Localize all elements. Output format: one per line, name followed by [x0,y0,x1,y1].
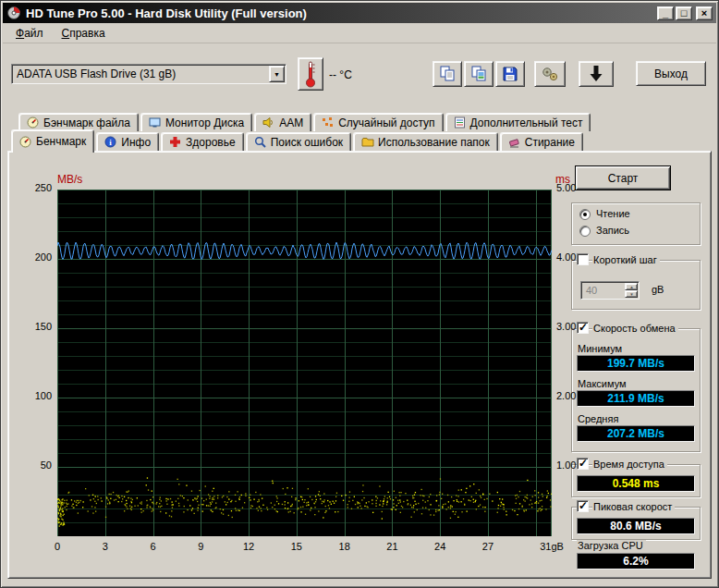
spinner-up-button[interactable]: ▲ [625,283,638,290]
tab-label: Бэнчмарк файла [43,116,130,129]
tab-disk-monitor[interactable]: Монитор Диска [140,113,252,131]
y-axis-unit-right: ms [555,173,570,186]
tab-label: AAM [279,116,303,129]
tab-label: Случайный доступ [338,116,434,129]
tab-label: Монитор Диска [165,116,244,129]
tab-label: Поиск ошибок [271,136,343,149]
settings-button[interactable] [534,61,566,87]
average-value: 207.2 MB/s [577,425,695,442]
random-access-icon [322,116,335,129]
drive-select-value: ADATA USB Flash Drive (31 gB) [17,67,269,80]
write-radio[interactable] [579,226,591,237]
tab-random-access[interactable]: Случайный доступ [313,113,443,131]
y-axis-unit-left: MB/s [57,173,82,186]
burst-rate-checkbox[interactable] [577,500,589,512]
write-radio-label: Запись [595,225,632,236]
app-window: HD Tune Pro 5.00 - Hard Disk Utility (Fu… [0,0,719,588]
error-scan-icon [254,136,267,148]
benchmark-chart [57,190,552,536]
access-time-label: Время доступа [592,459,667,470]
tab-label: Бенчмарк [36,135,86,148]
benchmark-file-icon [27,116,40,129]
short-stroke-unit: gB [651,284,666,295]
start-button-label: Старт [608,172,639,185]
maximize-button[interactable]: □ [676,6,692,20]
tab-label: Дополнительный тест [470,116,583,129]
close-button[interactable]: × [696,6,713,20]
tab-label: Здоровье [186,136,236,149]
read-radio-label: Чтение [595,208,633,219]
drive-select[interactable]: ADATA USB Flash Drive (31 gB) ▼ [11,64,286,84]
minimize-icon: _ [663,8,668,18]
tab-label: Использование папок [378,136,490,149]
tab-health[interactable]: Здоровье [161,132,244,151]
tab-extra-tests[interactable]: Дополнительный тест [445,113,591,131]
menu-help[interactable]: Справка [53,24,115,43]
tab-file-benchmark[interactable]: Бэнчмарк файла [18,113,139,131]
exit-button[interactable]: Выход [636,61,706,86]
copy-button[interactable] [433,61,462,87]
spinner-down-button[interactable]: ▼ [625,290,638,298]
maximum-value: 211.9 MB/s [577,390,695,407]
short-stroke-value: 40 [581,285,625,296]
tab-aam[interactable]: AAM [254,113,311,131]
short-stroke-label: Короткий шаг [592,254,660,265]
read-radio[interactable] [579,209,591,220]
save-button[interactable] [495,61,525,87]
minimize-button[interactable]: _ [657,6,674,20]
window-controls: _ □ × [657,6,713,20]
tab-row-1: Бэнчмарк файла Монитор Диска AAM Случайн… [18,110,592,131]
app-icon [6,6,21,20]
gears-icon [540,65,560,83]
transfer-rate-label: Скорость обмена [592,323,678,334]
transfer-rate-checkbox[interactable] [577,322,589,334]
folder-usage-icon [361,136,374,148]
short-stroke-checkbox[interactable] [577,253,589,265]
average-label: Средняя [577,413,621,424]
download-button[interactable] [579,61,614,87]
spinner-up-icon: ▲ [629,284,633,288]
close-icon: × [701,8,707,18]
temperature-value: -- °C [329,68,352,81]
tab-row-2: Бенчмарк i Инфо Здоровье Поиск ошибок Ис… [11,129,585,151]
aam-icon [262,116,275,129]
maximum-label: Максимум [577,378,629,389]
burst-rate-label: Пиковая скорост [592,501,675,512]
window-title: HD Tune Pro 5.00 - Hard Disk Utility (Fu… [26,6,307,20]
minimum-value: 199.7 MB/s [577,355,695,372]
tab-erase[interactable]: Стирание [500,132,583,151]
copy-image-button[interactable] [464,61,494,87]
save-icon [501,65,519,83]
cpu-usage-value: 6.2% [577,553,695,570]
access-time-checkbox[interactable] [577,458,589,470]
spinner-down-icon: ▼ [629,291,633,296]
temperature-button[interactable] [298,57,323,91]
tab-label: Инфо [121,136,151,149]
cpu-usage-label: Загрузка CPU [577,540,646,551]
minimum-label: Минимум [577,343,625,354]
tab-error-scan[interactable]: Поиск ошибок [246,132,351,151]
copy-icon [438,65,457,83]
tab-folder-usage[interactable]: Использование папок [353,132,498,151]
access-time-value: 0.548 ms [577,475,695,492]
read-write-group [571,202,701,245]
tab-benchmark[interactable]: Бенчмарк [11,129,94,153]
title-bar: HD Tune Pro 5.00 - Hard Disk Utility (Fu… [3,3,716,23]
extra-tests-icon [454,116,467,129]
dropdown-arrow-icon[interactable]: ▼ [269,66,285,82]
burst-rate-value: 80.6 MB/s [577,518,695,534]
tab-label: Стирание [525,136,575,149]
menu-bar: Файл Справка [3,23,716,43]
short-stroke-input[interactable]: 40 ▲ ▼ [580,281,640,300]
copy-image-icon [469,65,488,83]
menu-file[interactable]: Файл [6,24,53,43]
thermometer-icon [305,60,316,88]
benchmark-icon [19,136,32,148]
info-icon: i [104,136,117,148]
tab-info[interactable]: i Инфо [96,132,159,151]
exit-button-label: Выход [654,67,688,80]
maximize-icon: □ [681,8,688,18]
start-button[interactable]: Старт [575,165,671,190]
erase-icon [508,136,521,148]
disk-monitor-icon [149,116,162,129]
